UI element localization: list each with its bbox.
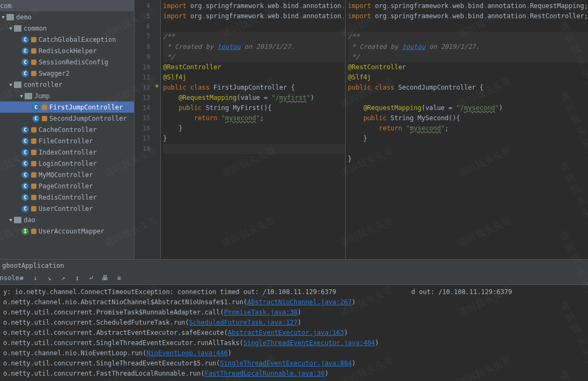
class-icon: C xyxy=(21,126,29,134)
source-link[interactable]: SingleThreadEventExecutor.java:884 xyxy=(220,360,352,367)
editor-first[interactable]: 456789101112131415161718 ● import org.sp… xyxy=(134,0,345,259)
tree-item-UserController[interactable]: CUserController xyxy=(0,203,134,214)
sub-icon xyxy=(42,105,47,110)
class-icon: C xyxy=(21,205,29,213)
console-line: y: io.netty.channel.ConnectTimeoutExcept… xyxy=(3,287,585,297)
class-icon: C xyxy=(21,70,29,77)
editor-second[interactable]: import org.springframework.web.bind.anno… xyxy=(345,0,588,259)
tree-item-demo[interactable]: demo xyxy=(0,11,134,23)
class-icon: C xyxy=(21,58,29,66)
tool-icon[interactable]: ↥ xyxy=(72,273,83,283)
tree-item-common[interactable]: common xyxy=(0,23,134,34)
console-line: o.netty.util.concurrent.PromiseTask$Runn… xyxy=(3,307,585,318)
tree-item-PageController[interactable]: CPageController xyxy=(0,180,134,192)
scroll-down-icon[interactable]: ↓ xyxy=(30,273,41,283)
sub-icon xyxy=(31,172,36,178)
console-line: o.netty.util.concurrent.AbstractEventExe… xyxy=(3,328,585,338)
sub-icon xyxy=(31,138,36,144)
code-area[interactable]: import org.springframework.web.bind.anno… xyxy=(161,0,345,259)
folder-icon xyxy=(25,93,32,99)
tree-item-jump[interactable]: Jump xyxy=(0,90,134,101)
sub-icon xyxy=(31,229,36,234)
tool-icon[interactable]: ↘ xyxy=(44,273,55,283)
source-link[interactable]: ScheduledFutureTask.java:127 xyxy=(189,319,297,326)
console-toolbar: Console → ⇵ ↓ ↘ ↗ ↥ ⤶ 🖶 ≡ xyxy=(0,271,588,285)
class-icon: C xyxy=(21,160,29,167)
tree-item-SecondJumpController[interactable]: CSecondJumpController xyxy=(0,113,134,124)
run-panel: gbootApplication Console → ⇵ ↓ ↘ ↗ ↥ ⤶ 🖶… xyxy=(0,259,588,381)
class-icon: C xyxy=(32,104,40,111)
tree-item-com[interactable]: com xyxy=(0,0,134,11)
editor-area: 456789101112131415161718 ● import org.sp… xyxy=(134,0,588,259)
class-icon: C xyxy=(32,115,40,122)
source-link[interactable]: AbstractEventExecutor.java:163 xyxy=(228,329,344,336)
sub-icon xyxy=(31,195,36,200)
tree-item-controller[interactable]: controller xyxy=(0,79,134,90)
console-line: o.netty.util.concurrent.ScheduledFutureT… xyxy=(3,318,585,328)
tool-icon[interactable]: ⇵ xyxy=(16,273,27,283)
tree-item-CacheController[interactable]: CCacheController xyxy=(0,124,134,135)
sub-icon xyxy=(31,161,36,166)
folder-icon xyxy=(14,25,21,32)
chevron-down-icon[interactable] xyxy=(18,93,25,99)
sub-icon xyxy=(42,116,47,121)
print-icon[interactable]: 🖶 xyxy=(100,273,110,283)
console-line: o.netty.channel.nio.AbstractNioChannel$A… xyxy=(3,297,585,307)
chevron-down-icon[interactable] xyxy=(0,14,6,20)
class-icon: C xyxy=(21,137,29,145)
source-link[interactable]: PromiseTask.java:38 xyxy=(224,309,297,316)
console-line: o.netty.util.concurrent.SingleThreadEven… xyxy=(3,338,585,348)
project-tree[interactable]: com demo common CCatchGlobalExceptionCRe… xyxy=(0,0,134,259)
chevron-down-icon[interactable] xyxy=(8,26,14,31)
tree-item-RedisLockHelper[interactable]: CRedisLockHelper xyxy=(0,45,134,56)
marks-gutter: ● xyxy=(153,0,161,259)
tree-item-RedisController[interactable]: CRedisController xyxy=(0,192,134,203)
source-link[interactable]: NioEventLoop.java:446 xyxy=(146,349,228,357)
tree-item-MyMQController[interactable]: CMyMQController xyxy=(0,169,134,180)
sub-icon xyxy=(31,184,36,189)
sub-icon xyxy=(31,71,36,76)
sub-icon xyxy=(31,127,36,133)
tree-item-Swagger2[interactable]: CSwagger2 xyxy=(0,68,134,79)
tree-item-FirstJumpController[interactable]: CFirstJumpController xyxy=(0,101,134,113)
console-line: o.netty.util.concurrent.SingleThreadEven… xyxy=(3,358,585,369)
tool-icon[interactable]: ↗ xyxy=(58,273,69,283)
folder-icon xyxy=(14,82,21,88)
class-icon: C xyxy=(21,182,29,190)
class-icon: C xyxy=(21,36,29,43)
sub-icon xyxy=(31,150,36,155)
class-icon: I xyxy=(21,228,29,235)
source-link[interactable]: AbstractNioChannel.java:267 xyxy=(247,298,352,306)
tree-item-SessionRedisConfig[interactable]: CSessionRedisConfig xyxy=(0,56,134,68)
chevron-down-icon[interactable] xyxy=(8,217,14,223)
tree-item-FileController[interactable]: CFileController xyxy=(0,135,134,146)
tree-item-dao[interactable]: dao xyxy=(0,214,134,225)
spring-icon: ● xyxy=(153,83,160,93)
sub-icon xyxy=(31,60,36,65)
folder-icon xyxy=(6,14,14,20)
tree-item-CatchGlobalException[interactable]: CCatchGlobalException xyxy=(0,34,134,45)
class-icon: C xyxy=(21,171,29,179)
run-tab-bar: gbootApplication xyxy=(0,260,588,271)
filter-icon[interactable]: ≡ xyxy=(114,273,124,283)
console-tab[interactable]: Console → xyxy=(2,273,13,283)
tree-item-LoginController[interactable]: CLoginController xyxy=(0,158,134,169)
console-output[interactable]: y: io.netty.channel.ConnectTimeoutExcept… xyxy=(0,285,588,381)
sub-icon xyxy=(31,37,36,42)
chevron-down-icon[interactable] xyxy=(8,82,14,87)
tree-item-IndexController[interactable]: CIndexController xyxy=(0,146,134,158)
source-link[interactable]: FastThreadLocalRunnable.java:30 xyxy=(205,370,325,377)
source-link[interactable]: SingleThreadEventExecutor.java:404 xyxy=(243,339,375,347)
console-line: o.netty.channel.nio.NioEventLoop.run(Nio… xyxy=(3,348,585,358)
console-line: o.netty.util.concurrent.FastThreadLocalR… xyxy=(3,369,585,379)
tree-item-UserAccountMapper[interactable]: IUserAccountMapper xyxy=(0,225,134,237)
sub-icon xyxy=(31,206,36,211)
line-gutter: 456789101112131415161718 xyxy=(135,0,153,259)
run-config-label: gbootApplication xyxy=(2,262,64,269)
class-icon: C xyxy=(21,47,29,55)
code-area[interactable]: import org.springframework.web.bind.anno… xyxy=(346,0,588,259)
class-icon: C xyxy=(21,149,29,156)
folder-icon xyxy=(14,217,21,223)
wrap-icon[interactable]: ⤶ xyxy=(86,273,96,283)
sub-icon xyxy=(31,48,36,54)
